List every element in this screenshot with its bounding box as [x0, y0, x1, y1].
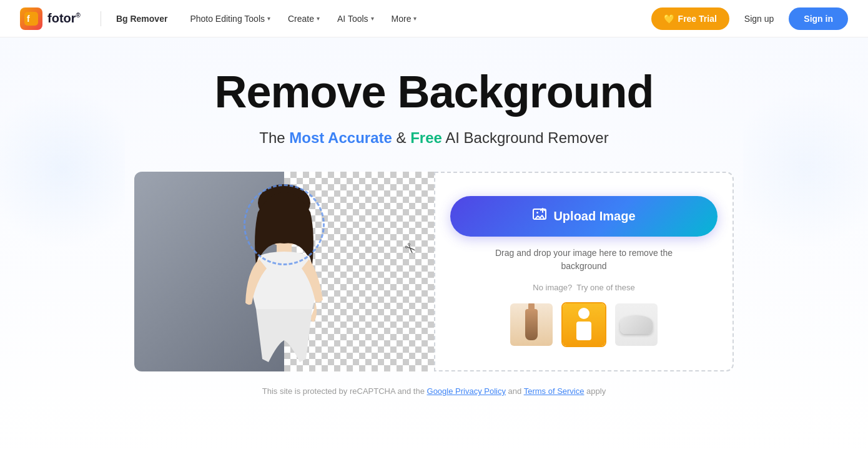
sample-image-shoe[interactable]	[614, 302, 659, 347]
svg-point-6	[536, 212, 538, 214]
drag-drop-text: Drag and drop your image here to remove …	[495, 247, 673, 273]
hero-title: Remove Background	[214, 67, 653, 117]
logo-icon: f	[20, 7, 42, 30]
chevron-down-icon: ▾	[413, 15, 417, 22]
nav-right: 💛 Free Trial Sign up Sign in	[651, 7, 848, 30]
nav-divider	[101, 11, 101, 26]
footer-note: This site is protected by reCAPTCHA and …	[262, 386, 606, 396]
privacy-policy-link[interactable]: Google Privacy Policy	[427, 386, 506, 396]
signup-button[interactable]: Sign up	[737, 9, 781, 29]
free-trial-button[interactable]: 💛 Free Trial	[651, 7, 729, 30]
upload-image-button[interactable]: Upload Image	[450, 196, 718, 237]
sample-images	[509, 302, 659, 347]
navbar: f fotor® Bg Remover Photo Editing Tools …	[0, 0, 868, 37]
chevron-down-icon: ▾	[317, 15, 320, 22]
sample-image-person[interactable]	[561, 302, 606, 347]
hero-subtitle: The Most Accurate & Free AI Background R…	[259, 129, 608, 147]
chevron-down-icon: ▾	[371, 15, 374, 22]
logo-link[interactable]: f fotor®	[20, 7, 81, 30]
nav-photo-editing-tools[interactable]: Photo Editing Tools ▾	[182, 9, 278, 29]
bg-decoration-left	[0, 75, 125, 262]
nav-more[interactable]: More ▾	[384, 9, 425, 29]
upload-panel[interactable]: Upload Image Drag and drop your image he…	[434, 172, 734, 371]
demo-image-column: ✂	[134, 172, 434, 371]
nav-create[interactable]: Create ▾	[280, 9, 327, 29]
upload-icon	[532, 207, 547, 225]
heart-icon: 💛	[664, 14, 674, 24]
nav-ai-tools[interactable]: AI Tools ▾	[330, 9, 382, 29]
bg-decoration-right	[743, 75, 868, 262]
svg-text:f: f	[27, 14, 30, 24]
nav-bg-remover-label: Bg Remover	[116, 14, 167, 24]
selection-circle	[244, 184, 325, 265]
logo-name: fotor®	[47, 11, 81, 26]
try-these-label: No image? Try one of these	[533, 283, 634, 292]
chevron-down-icon: ▾	[267, 15, 270, 22]
terms-of-service-link[interactable]: Terms of Service	[524, 386, 584, 396]
sample-image-bottle[interactable]	[509, 302, 554, 347]
nav-links: Photo Editing Tools ▾ Create ▾ AI Tools …	[182, 9, 651, 29]
main-content: Remove Background The Most Accurate & Fr…	[0, 37, 868, 452]
signin-button[interactable]: Sign in	[789, 7, 848, 30]
demo-area: ✂ Upload Image Drag and drop your image …	[134, 172, 734, 371]
